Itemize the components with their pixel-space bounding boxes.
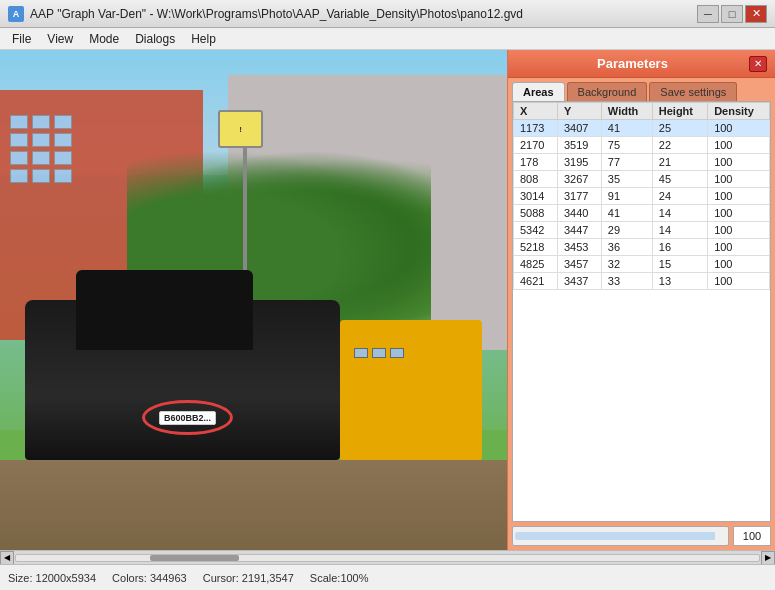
table-cell: 32 [601,256,652,273]
table-row[interactable]: 17831957721100 [514,154,770,171]
scroll-thumb[interactable] [150,555,239,561]
window-4 [10,133,28,147]
params-panel: Parameters ✕ Areas Background Save setti… [507,50,775,550]
table-row[interactable]: 301431779124100 [514,188,770,205]
areas-table: X Y Width Height Density 117334074125100… [513,102,770,290]
table-cell: 3177 [557,188,601,205]
table-row[interactable]: 80832673545100 [514,171,770,188]
table-row[interactable]: 534234472914100 [514,222,770,239]
photo-area: ! В600ВВ2... [0,50,507,550]
table-cell: 100 [708,205,770,222]
status-size: Size: 12000x5934 [8,572,96,584]
table-cell: 25 [652,120,707,137]
table-cell: 2170 [514,137,558,154]
table-cell: 22 [652,137,707,154]
table-cell: 3014 [514,188,558,205]
table-cell: 100 [708,188,770,205]
menu-help[interactable]: Help [183,30,224,48]
status-colors: Colors: 344963 [112,572,187,584]
table-cell: 1173 [514,120,558,137]
close-button[interactable]: ✕ [745,5,767,23]
table-cell: 3437 [557,273,601,290]
horizontal-scrollbar[interactable]: ◀ ▶ [0,550,775,564]
col-header-density: Density [708,103,770,120]
table-cell: 100 [708,137,770,154]
maximize-button[interactable]: □ [721,5,743,23]
col-header-x: X [514,103,558,120]
table-cell: 91 [601,188,652,205]
params-tabs: Areas Background Save settings [508,78,775,101]
tab-areas[interactable]: Areas [512,82,565,101]
table-cell: 3267 [557,171,601,188]
table-cell: 24 [652,188,707,205]
table-cell: 5218 [514,239,558,256]
menu-dialogs[interactable]: Dialogs [127,30,183,48]
bus-windows [354,348,404,358]
params-close-button[interactable]: ✕ [749,56,767,72]
title-buttons: ─ □ ✕ [697,5,767,23]
window-12 [54,169,72,183]
table-cell: 77 [601,154,652,171]
sign-board: ! [218,110,263,148]
table-cell: 3519 [557,137,601,154]
table-row[interactable]: 117334074125100 [514,120,770,137]
table-cell: 35 [601,171,652,188]
table-cell: 100 [708,256,770,273]
bus-window-1 [354,348,368,358]
table-cell: 33 [601,273,652,290]
menu-view[interactable]: View [39,30,81,48]
table-cell: 15 [652,256,707,273]
table-cell: 3407 [557,120,601,137]
table-cell: 3457 [557,256,601,273]
license-plate-text: В600ВВ2... [159,411,216,425]
sign-text: ! [239,125,242,134]
table-cell: 75 [601,137,652,154]
table-row[interactable]: 462134373313100 [514,273,770,290]
scroll-left-button[interactable]: ◀ [0,551,14,565]
table-cell: 4621 [514,273,558,290]
menu-bar: File View Mode Dialogs Help [0,28,775,50]
table-row[interactable]: 217035197522100 [514,137,770,154]
table-cell: 21 [652,154,707,171]
scroll-right-button[interactable]: ▶ [761,551,775,565]
table-row[interactable]: 521834533616100 [514,239,770,256]
app-icon: A [8,6,24,22]
table-cell: 3195 [557,154,601,171]
table-cell: 36 [601,239,652,256]
license-plate-oval: В600ВВ2... [142,400,233,435]
table-cell: 5342 [514,222,558,239]
minimize-button[interactable]: ─ [697,5,719,23]
bus-window-3 [390,348,404,358]
col-header-height: Height [652,103,707,120]
black-suv-roof [76,270,253,350]
table-cell: 100 [708,273,770,290]
table-row[interactable]: 508834404114100 [514,205,770,222]
status-bar: Size: 12000x5934 Colors: 344963 Cursor: … [0,564,775,590]
status-scale: Scale:100% [310,572,369,584]
window-7 [10,151,28,165]
density-value-box: 100 [733,526,771,546]
table-cell: 3453 [557,239,601,256]
table-row[interactable]: 482534573215100 [514,256,770,273]
status-cursor: Cursor: 2191,3547 [203,572,294,584]
scroll-track[interactable] [15,554,760,562]
window-10 [10,169,28,183]
table-cell: 100 [708,239,770,256]
table-cell: 45 [652,171,707,188]
window-1 [10,115,28,129]
window-8 [32,151,50,165]
menu-file[interactable]: File [4,30,39,48]
density-slider-wrap[interactable] [512,526,729,546]
window-11 [32,169,50,183]
window-3 [54,115,72,129]
table-cell: 100 [708,154,770,171]
params-table-wrap: X Y Width Height Density 117334074125100… [512,101,771,522]
window-5 [32,133,50,147]
table-cell: 29 [601,222,652,239]
density-slider[interactable] [515,532,726,540]
menu-mode[interactable]: Mode [81,30,127,48]
table-cell: 4825 [514,256,558,273]
tab-background[interactable]: Background [567,82,648,101]
table-cell: 3440 [557,205,601,222]
tab-save-settings[interactable]: Save settings [649,82,737,101]
